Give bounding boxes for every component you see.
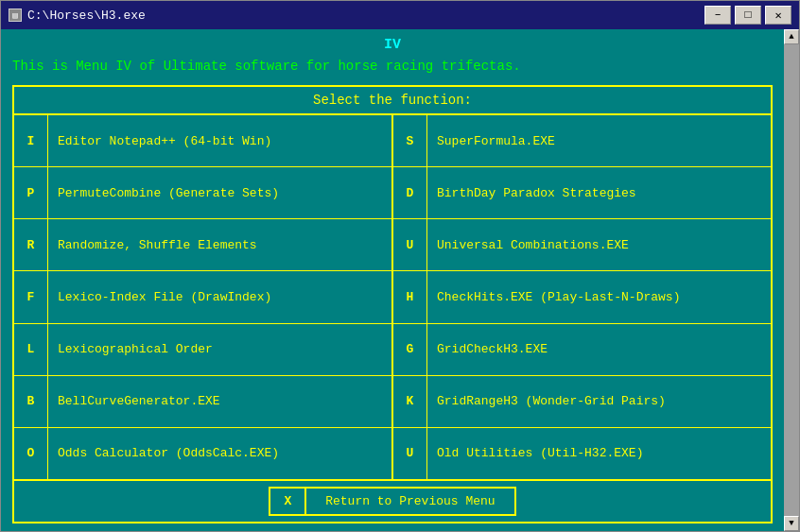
table-row[interactable]: F Lexico-Index File (DrawIndex) H CheckH… (14, 271, 771, 323)
left-label-6: Odds Calculator (OddsCalc.EXE) (48, 428, 391, 479)
left-label-1: PermuteCombine (Generate Sets) (48, 167, 391, 218)
menu-box: Select the function: I Editor Notepad++ … (12, 85, 773, 523)
return-label: Return to Previous Menu (306, 489, 513, 514)
right-label-3: CheckHits.EXE (Play-Last-N-Draws) (427, 271, 771, 322)
right-label-2: Universal Combinations.EXE (427, 219, 771, 270)
menu-right-6: U Old Utilities (Util-H32.EXE) (393, 428, 771, 479)
menu-right-0: S SuperFormula.EXE (393, 115, 771, 166)
title-bar: ▤ C:\Horses\H3.exe – □ ✕ (1, 1, 799, 29)
right-key-4[interactable]: G (393, 324, 427, 375)
menu-right-3: H CheckHits.EXE (Play-Last-N-Draws) (393, 271, 771, 322)
menu-left-1: P PermuteCombine (Generate Sets) (14, 167, 391, 218)
window-title: C:\Horses\H3.exe (27, 9, 146, 23)
content-area: IV This is Menu IV of Ultimate software … (1, 29, 799, 531)
title-bar-controls: – □ ✕ (704, 6, 791, 25)
left-key-1[interactable]: P (14, 167, 48, 218)
table-row[interactable]: B BellCurveGenerator.EXE K GridRangeH3 (… (14, 376, 771, 428)
app-icon: ▤ (9, 9, 22, 22)
right-label-0: SuperFormula.EXE (427, 115, 771, 166)
right-key-2[interactable]: U (393, 219, 427, 270)
select-label: Select the function: (14, 87, 771, 115)
return-key: X (270, 489, 306, 514)
menu-subtitle: This is Menu IV of Ultimate software for… (12, 59, 773, 74)
table-row[interactable]: I Editor Notepad++ (64-bit Win) S SuperF… (14, 115, 771, 167)
title-bar-left: ▤ C:\Horses\H3.exe (9, 9, 146, 23)
menu-left-3: F Lexico-Index File (DrawIndex) (14, 271, 391, 322)
left-label-3: Lexico-Index File (DrawIndex) (48, 271, 391, 322)
menu-left-6: O Odds Calculator (OddsCalc.EXE) (14, 428, 391, 479)
right-key-3[interactable]: H (393, 271, 427, 322)
table-row[interactable]: O Odds Calculator (OddsCalc.EXE) U Old U… (14, 428, 771, 479)
menu-left-0: I Editor Notepad++ (64-bit Win) (14, 115, 391, 166)
menu-right-4: G GridCheckH3.EXE (393, 324, 771, 375)
left-key-3[interactable]: F (14, 271, 48, 322)
table-row[interactable]: R Randomize, Shuffle Elements U Universa… (14, 219, 771, 271)
right-key-0[interactable]: S (393, 115, 427, 166)
right-label-1: BirthDay Paradox Strategies (427, 167, 771, 218)
left-label-2: Randomize, Shuffle Elements (48, 219, 391, 270)
scrollbar: ▲ ▼ (784, 29, 799, 531)
table-row[interactable]: P PermuteCombine (Generate Sets) D Birth… (14, 167, 771, 219)
menu-left-2: R Randomize, Shuffle Elements (14, 219, 391, 270)
left-key-0[interactable]: I (14, 115, 48, 166)
minimize-button[interactable]: – (704, 6, 731, 25)
return-box[interactable]: X Return to Previous Menu (269, 487, 515, 516)
left-label-5: BellCurveGenerator.EXE (48, 376, 391, 427)
scroll-up-button[interactable]: ▲ (784, 29, 799, 44)
left-key-2[interactable]: R (14, 219, 48, 270)
menu-right-5: K GridRangeH3 (Wonder-Grid Pairs) (393, 376, 771, 427)
close-button[interactable]: ✕ (765, 6, 791, 25)
menu-right-2: U Universal Combinations.EXE (393, 219, 771, 270)
maximize-button[interactable]: □ (735, 6, 761, 25)
menu-right-1: D BirthDay Paradox Strategies (393, 167, 771, 218)
left-key-5[interactable]: B (14, 376, 48, 427)
menu-left-5: B BellCurveGenerator.EXE (14, 376, 391, 427)
scrollbar-track (784, 44, 799, 516)
bottom-row: X Return to Previous Menu (14, 479, 771, 522)
right-label-6: Old Utilities (Util-H32.EXE) (427, 428, 771, 479)
main-window: ▤ C:\Horses\H3.exe – □ ✕ IV This is Menu… (0, 0, 800, 532)
right-label-4: GridCheckH3.EXE (427, 324, 771, 375)
left-label-4: Lexicographical Order (48, 324, 391, 375)
right-key-1[interactable]: D (393, 167, 427, 218)
menu-id: IV (384, 37, 401, 53)
right-key-6[interactable]: U (393, 428, 427, 479)
menu-left-4: L Lexicographical Order (14, 324, 391, 375)
right-label-5: GridRangeH3 (Wonder-Grid Pairs) (427, 376, 771, 427)
left-key-4[interactable]: L (14, 324, 48, 375)
main-content: IV This is Menu IV of Ultimate software … (1, 29, 784, 531)
table-row[interactable]: L Lexicographical Order G GridCheckH3.EX… (14, 324, 771, 376)
scroll-down-button[interactable]: ▼ (784, 516, 799, 531)
left-label-0: Editor Notepad++ (64-bit Win) (48, 115, 391, 166)
left-key-6[interactable]: O (14, 428, 48, 479)
menu-grid: I Editor Notepad++ (64-bit Win) S SuperF… (14, 115, 771, 479)
right-key-5[interactable]: K (393, 376, 427, 427)
